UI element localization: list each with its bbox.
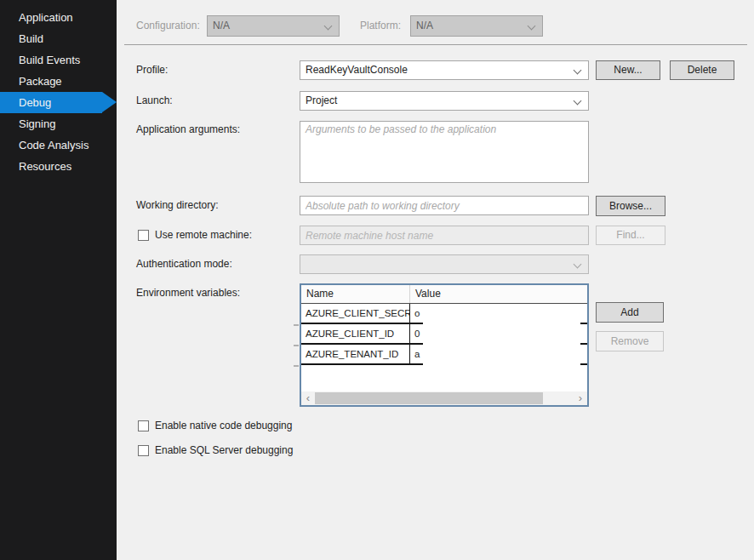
configuration-label: Configuration: [136, 15, 200, 37]
sidebar-item-application[interactable]: Application [0, 7, 117, 28]
chevron-down-icon [574, 260, 582, 269]
use-remote-machine-checkbox[interactable] [138, 230, 149, 241]
env-var-name-cell[interactable]: AZURE_TENANT_ID [301, 345, 410, 365]
working-directory-label: Working directory: [136, 196, 218, 215]
scrollbar-thumb[interactable] [315, 392, 543, 404]
scrollbar-track[interactable] [315, 391, 574, 405]
platform-label: Platform: [360, 15, 401, 37]
application-arguments-label: Application arguments: [136, 121, 240, 138]
profile-select[interactable]: ReadKeyVaultConsole [300, 60, 589, 80]
profile-label: Profile: [136, 60, 168, 80]
env-var-row[interactable]: AZURE_TENANT_ID a [301, 345, 587, 365]
sidebar-item-signing[interactable]: Signing [0, 113, 117, 134]
working-directory-input[interactable] [300, 196, 589, 215]
env-var-value-cell[interactable]: 0 [410, 324, 423, 345]
add-env-var-button[interactable]: Add [596, 302, 664, 323]
authentication-mode-select [300, 254, 589, 274]
new-profile-button[interactable]: New... [596, 60, 660, 80]
row-border-tick [294, 324, 299, 326]
launch-select[interactable]: Project [300, 91, 589, 111]
enable-sql-server-debugging-checkbox[interactable] [138, 445, 149, 456]
env-column-header-name[interactable]: Name [301, 285, 410, 303]
env-var-row[interactable]: AZURE_CLIENT_ID 0 [301, 324, 587, 345]
environment-variables-table: Name Value AZURE_CLIENT_SECRET o AZURE_C… [300, 283, 589, 407]
chevron-down-icon [574, 97, 582, 106]
env-var-name-cell[interactable]: AZURE_CLIENT_ID [301, 324, 410, 345]
chevron-down-icon [574, 66, 582, 75]
env-var-value-cell[interactable]: o [410, 304, 423, 324]
env-table-header: Name Value [301, 285, 587, 304]
authentication-mode-label: Authentication mode: [136, 254, 232, 274]
project-properties-debug-page: Application Build Build Events Package D… [0, 0, 754, 560]
sidebar-item-debug[interactable]: Debug [0, 92, 102, 113]
env-var-name-cell[interactable]: AZURE_CLIENT_SECRET [301, 304, 410, 324]
horizontal-scrollbar[interactable]: ‹ › [301, 391, 587, 405]
configuration-select: N/A [207, 15, 340, 37]
chevron-down-icon [324, 22, 333, 31]
remove-env-var-button: Remove [596, 331, 664, 351]
environment-variables-label: Environment variables: [136, 283, 240, 302]
launch-value: Project [306, 94, 337, 106]
find-button: Find... [596, 226, 665, 245]
remote-machine-host-input [300, 226, 589, 245]
delete-profile-button[interactable]: Delete [670, 60, 734, 80]
launch-label: Launch: [136, 91, 173, 111]
browse-button[interactable]: Browse... [596, 196, 665, 216]
configuration-value: N/A [213, 20, 230, 31]
sidebar-item-package[interactable]: Package [0, 71, 117, 92]
sidebar-item-build-events[interactable]: Build Events [0, 49, 117, 71]
sidebar: Application Build Build Events Package D… [0, 0, 117, 560]
env-var-row[interactable]: AZURE_CLIENT_SECRET o [301, 304, 587, 324]
row-border-tick [294, 345, 299, 346]
platform-value: N/A [416, 20, 433, 31]
env-var-value-cell[interactable]: a [410, 345, 423, 365]
use-remote-machine-label: Use remote machine: [155, 226, 252, 245]
sidebar-item-code-analysis[interactable]: Code Analysis [0, 134, 117, 156]
enable-native-code-debugging-checkbox[interactable] [138, 420, 149, 431]
application-arguments-input[interactable] [300, 121, 589, 183]
sidebar-item-build[interactable]: Build [0, 28, 117, 49]
profile-value: ReadKeyVaultConsole [306, 64, 408, 76]
chevron-down-icon [528, 22, 536, 31]
platform-select: N/A [410, 15, 543, 37]
scroll-right-icon[interactable]: › [574, 391, 587, 405]
enable-sql-server-debugging-label: Enable SQL Server debugging [155, 444, 293, 457]
scroll-left-icon[interactable]: ‹ [301, 391, 315, 405]
env-column-header-value[interactable]: Value [410, 285, 587, 303]
enable-native-code-debugging-label: Enable native code debugging [155, 420, 292, 432]
row-border-tick [294, 365, 299, 367]
sidebar-item-resources[interactable]: Resources [0, 156, 117, 177]
cell-border [580, 363, 587, 365]
section-divider [124, 44, 747, 45]
